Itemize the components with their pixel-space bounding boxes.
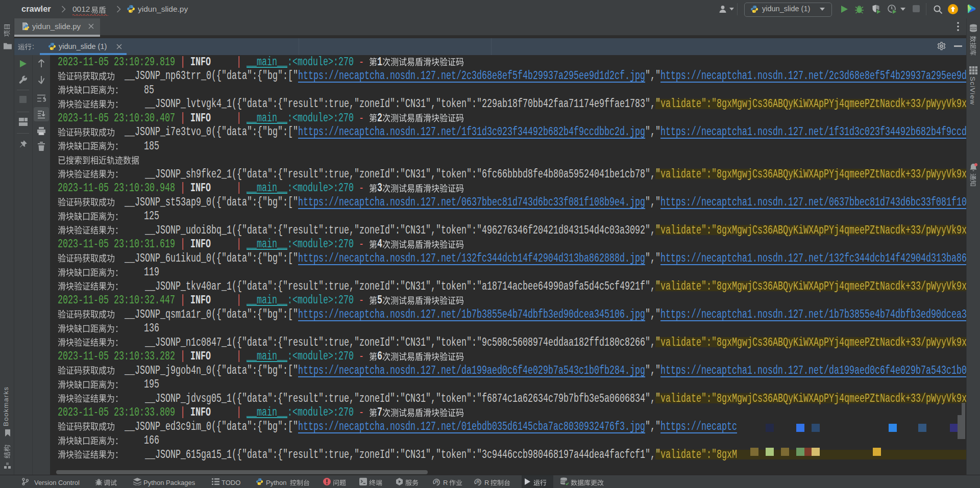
- svg-text:R: R: [476, 479, 480, 484]
- svg-text:R: R: [435, 479, 438, 484]
